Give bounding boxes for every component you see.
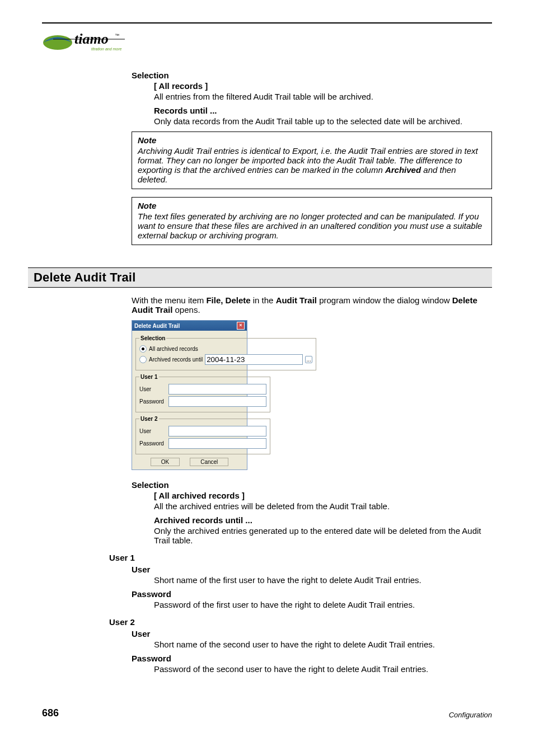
user1-password-label: Password [139,398,166,405]
user2-heading: User 2 [109,617,492,627]
user1-pwd-term: Password [132,589,492,599]
note1-archived-word: Archived [385,165,421,175]
opt-archived-until-desc: Only the archived entries generated up t… [154,526,492,545]
legend-selection: Selection [139,335,166,341]
user2-user-label: User [139,428,166,434]
intro-d: Audit Trail [276,295,317,305]
user1-password-input[interactable] [168,396,266,407]
user2-password-label: Password [139,440,166,447]
cancel-button[interactable]: Cancel [190,458,228,466]
radio-all-archived[interactable] [139,345,147,353]
user1-heading: User 1 [109,553,492,562]
opt-all-records-title: [ All records ] [154,81,492,91]
radio-archived-until[interactable] [139,356,147,363]
footer-section: Configuration [449,711,492,719]
svg-text:™: ™ [115,33,119,38]
selection-heading: Selection [132,71,492,80]
note-title: Note [138,135,486,145]
intro-a: With the menu item [132,295,206,305]
legend-user1: User 1 [139,374,159,380]
user1-user-desc: Short name of the first user to have the… [154,575,492,585]
user1-user-term: User [132,565,492,574]
close-icon[interactable]: × [237,322,245,330]
user2-user-input[interactable] [168,426,266,436]
section-heading-bar: Delete Audit Trail [28,267,492,288]
note-box-2: Note The text files generated by archivi… [132,197,492,245]
user2-pwd-desc: Password of the second user to have the … [154,664,492,674]
user2-user-term: User [132,629,492,638]
user2-password-input[interactable] [168,438,266,449]
intro-c: in the [251,295,276,305]
user1-user-label: User [139,386,166,392]
opt-all-archived-desc: All the archived entries will be deleted… [154,501,492,511]
date-picker-button[interactable]: ... [305,356,312,363]
date-field[interactable] [205,354,303,365]
intro-b: File, Delete [206,295,250,305]
opt-all-archived-title: [ All archived records ] [154,491,492,500]
dialog-titlebar: Delete Audit Trail × [132,321,247,331]
note-box-1: Note Archiving Audit Trail entries is id… [132,132,492,189]
svg-text:titration and more: titration and more [91,47,122,51]
note-body: Archiving Audit Trail entries is identic… [138,146,486,184]
user1-pwd-desc: Password of the first user to have the r… [154,600,492,609]
opt-records-until-desc: Only data records from the Audit Trail t… [154,116,492,126]
user1-user-input[interactable] [168,384,266,395]
top-rule [42,22,492,24]
radio-archived-until-label[interactable]: Archived records until [149,356,203,363]
fieldset-selection: Selection All archived records Archived … [135,335,316,370]
intro-paragraph: With the menu item File, Delete in the A… [132,295,492,314]
page-number: 686 [42,707,59,719]
user2-user-desc: Short name of the second user to have th… [154,640,492,649]
section-title: Delete Audit Trail [34,270,486,285]
user2-pwd-term: Password [132,654,492,663]
delete-audit-trail-dialog: Delete Audit Trail × Selection All archi… [132,320,247,470]
opt-records-until-title: Records until ... [154,106,492,115]
intro-e: program window the dialog window [317,295,452,305]
logo: tiamo ™ titration and more [42,28,492,57]
note-title: Note [138,201,486,210]
opt-all-records-desc: All entries from the filtered Audit Trai… [154,92,492,101]
selection2-heading: Selection [132,480,492,490]
ok-button[interactable]: OK [151,458,180,466]
legend-user2: User 2 [139,416,159,422]
radio-all-archived-label[interactable]: All archived records [149,346,198,352]
opt-archived-until-title: Archived records until ... [154,515,492,525]
note-body: The text files generated by archiving ar… [138,212,486,240]
fieldset-user2: User 2 User Password [135,416,270,454]
fieldset-user1: User 1 User Password [135,374,270,412]
svg-text:tiamo: tiamo [74,31,109,47]
intro-g: opens. [172,305,200,314]
dialog-title-text: Delete Audit Trail [134,323,180,329]
